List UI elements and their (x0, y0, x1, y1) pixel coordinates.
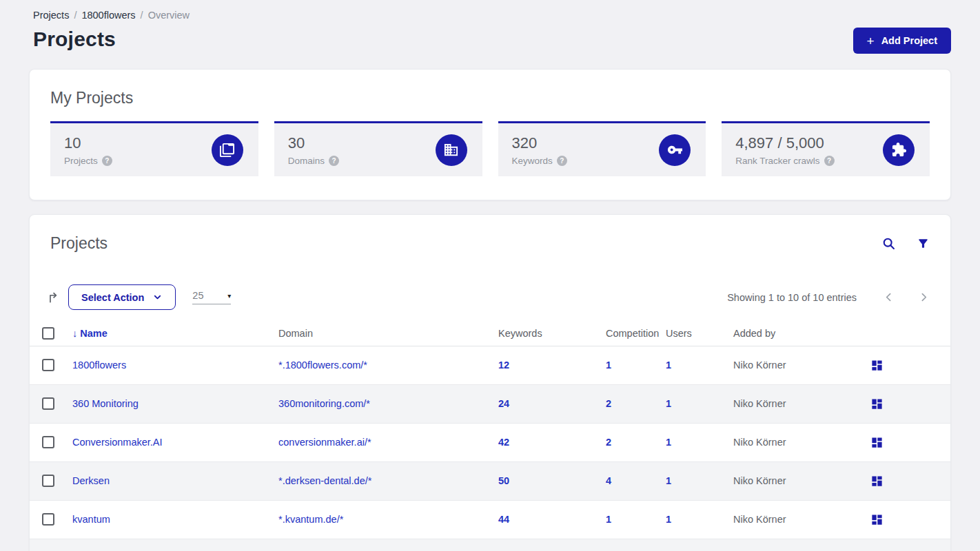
column-header-keywords[interactable]: Keywords (498, 321, 606, 346)
column-header-competition[interactable]: Competition (606, 321, 666, 346)
added-by: Niko Körner (733, 423, 855, 461)
filter-icon[interactable] (917, 237, 930, 250)
competition-count[interactable]: 1 (606, 360, 611, 371)
stat-value-domains: 30 (288, 134, 339, 152)
stat-card-keywords: 320 Keywords ? (498, 121, 706, 176)
project-domain-link[interactable]: 360monitoring.com/* (278, 398, 370, 409)
breadcrumb-separator: / (74, 10, 76, 21)
stat-card-projects: 10 Projects ? (50, 121, 258, 176)
column-header-domain[interactable]: Domain (278, 321, 498, 346)
breadcrumb-separator: / (141, 10, 143, 21)
row-checkbox[interactable] (42, 359, 54, 371)
dashboard-icon[interactable] (870, 359, 884, 372)
projects-table: ↓Name Domain Keywords Competition Users … (30, 321, 950, 551)
competition-count[interactable]: 2 (606, 398, 611, 409)
sort-desc-icon: ↓ (72, 328, 77, 339)
row-checkbox[interactable] (42, 513, 54, 526)
key-icon (659, 134, 691, 166)
table-row: 1800flowers *.1800flowers.com/* 12 1 1 N… (30, 346, 950, 384)
projects-panel: Projects Select Action 25 ▾ (29, 214, 951, 551)
select-caret-icon: ▾ (227, 292, 231, 300)
project-domain-link[interactable]: *.1800flowers.com/* (278, 360, 367, 371)
project-name-link[interactable]: Derksen (72, 475, 110, 486)
keywords-count[interactable]: 50 (498, 475, 509, 486)
project-name-link[interactable]: kvantum (72, 514, 110, 525)
building-icon (436, 134, 467, 166)
users-count[interactable]: 1 (666, 514, 671, 525)
users-count[interactable]: 1 (666, 360, 671, 371)
competition-count[interactable]: 4 (606, 475, 611, 486)
stat-label-domains: Domains (288, 156, 325, 166)
page-title: Projects (29, 28, 116, 51)
stat-card-rank-tracker: 4,897 / 5,000 Rank Tracker crawls ? (722, 121, 930, 176)
users-count[interactable]: 1 (666, 398, 671, 409)
table-header-row: ↓Name Domain Keywords Competition Users … (30, 321, 950, 346)
help-icon[interactable]: ? (329, 156, 339, 166)
column-header-name[interactable]: ↓Name (72, 321, 278, 346)
export-arrow-icon[interactable] (46, 290, 61, 305)
project-name-link[interactable]: Conversionmaker.AI (72, 437, 163, 448)
keywords-count[interactable]: 24 (498, 398, 509, 409)
stat-value-keywords: 320 (512, 134, 567, 152)
table-row: Derksen *.derksen-dental.de/* 50 4 1 Nik… (30, 461, 950, 500)
add-project-label: Add Project (881, 35, 937, 46)
row-checkbox[interactable] (42, 436, 54, 448)
stat-label-rank-tracker: Rank Tracker crawls (735, 156, 819, 166)
pagination-prev-icon[interactable] (883, 291, 895, 303)
column-header-added-by[interactable]: Added by (733, 321, 855, 346)
competition-count[interactable]: 2 (606, 437, 611, 448)
project-domain-link[interactable]: *.kvantum.de/* (278, 514, 343, 525)
pagination-next-icon[interactable] (918, 291, 930, 303)
stat-label-projects: Projects (64, 156, 98, 166)
chevron-down-icon (152, 292, 163, 302)
users-count[interactable]: 1 (666, 475, 671, 486)
select-action-dropdown[interactable]: Select Action (68, 284, 176, 310)
projects-panel-title: Projects (50, 234, 108, 253)
project-domain-link[interactable]: *.derksen-dental.de/* (278, 475, 371, 486)
added-by: Niko Körner (733, 346, 855, 384)
breadcrumb-1800flowers[interactable]: 1800flowers (81, 10, 135, 21)
stat-label-keywords: Keywords (512, 156, 553, 166)
search-icon[interactable] (881, 236, 896, 251)
select-action-label: Select Action (81, 292, 144, 303)
table-row: kvantum *.kvantum.de/* 44 1 1 Niko Körne… (30, 500, 950, 539)
help-icon[interactable]: ? (824, 156, 835, 166)
stat-card-domains: 30 Domains ? (274, 121, 482, 176)
project-name-link[interactable]: 1800flowers (72, 360, 126, 371)
add-project-button[interactable]: + Add Project (853, 28, 951, 54)
users-count[interactable]: 1 (666, 437, 671, 448)
competition-count[interactable]: 1 (606, 514, 611, 525)
keywords-count[interactable]: 44 (498, 514, 509, 525)
column-header-users[interactable]: Users (666, 321, 733, 346)
stat-value-rank-tracker: 4,897 / 5,000 (735, 134, 834, 152)
plus-icon: + (867, 34, 875, 48)
my-projects-card: My Projects 10 Projects ? 30 (29, 69, 951, 200)
dashboard-icon[interactable] (870, 513, 884, 526)
showing-entries-text: Showing 1 to 10 of 10 entries (727, 292, 857, 303)
table-row: Conversionmaker.AI conversionmaker.ai/* … (30, 423, 950, 461)
breadcrumb-overview: Overview (148, 10, 190, 21)
help-icon[interactable]: ? (557, 156, 567, 166)
dashboard-icon[interactable] (870, 436, 884, 449)
row-checkbox[interactable] (42, 475, 54, 487)
breadcrumb: Projects / 1800flowers / Overview (29, 0, 951, 21)
breadcrumb-projects[interactable]: Projects (33, 10, 69, 21)
page-size-select[interactable]: 25 ▾ (192, 290, 231, 304)
help-icon[interactable]: ? (102, 156, 112, 166)
select-all-checkbox[interactable] (42, 327, 54, 340)
dashboard-icon[interactable] (870, 397, 884, 410)
project-domain-link[interactable]: conversionmaker.ai/* (278, 437, 371, 448)
added-by: Niko Körner (733, 461, 855, 500)
keywords-count[interactable]: 42 (498, 437, 509, 448)
column-header-actions (855, 321, 950, 346)
page: Projects / 1800flowers / Overview Projec… (0, 0, 980, 551)
project-name-link[interactable]: 360 Monitoring (72, 398, 139, 409)
keywords-count[interactable]: 12 (498, 360, 509, 371)
dashboard-icon[interactable] (870, 475, 884, 488)
table-row-partial (30, 539, 950, 551)
added-by: Niko Körner (733, 500, 855, 539)
added-by: Niko Körner (733, 384, 855, 423)
row-checkbox[interactable] (42, 397, 54, 410)
projects-copy-icon (212, 134, 243, 166)
stat-value-projects: 10 (64, 134, 112, 152)
